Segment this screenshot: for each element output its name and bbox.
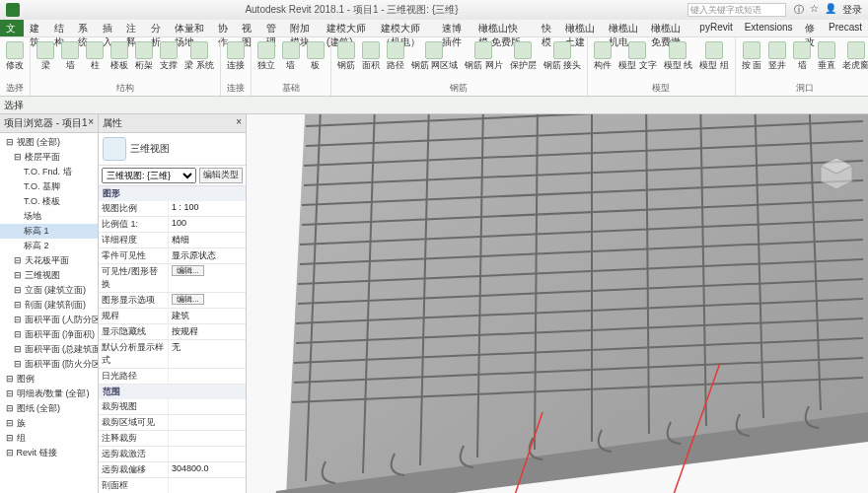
tree-node[interactable]: ⊟ 图纸 (全部) (0, 401, 98, 416)
tree-node[interactable]: 标高 2 (0, 239, 98, 253)
tree-node[interactable]: ⊟ 族 (0, 416, 98, 431)
tree-node[interactable]: ⊟ 明细表/数量 (全部) (0, 387, 98, 401)
ribbon-btn[interactable]: 独立 (255, 40, 277, 71)
tree-node[interactable]: ⊟ 面积平面 (总建筑面积) (0, 342, 98, 357)
ribbon-btn[interactable]: 钢筋 (335, 40, 357, 71)
tree-node[interactable]: ⊟ 组 (0, 431, 98, 446)
3d-viewport[interactable] (247, 114, 868, 493)
ribbon-btn[interactable]: 墙 (59, 40, 81, 71)
menu-tab-16[interactable]: 快模 (536, 20, 559, 36)
tree-node[interactable]: T.O. 楼板 (0, 194, 98, 209)
tree-node[interactable]: ⊟ 面积平面 (净面积) (0, 327, 98, 342)
ribbon-btn[interactable]: 构件 (592, 40, 614, 71)
menu-tab-2[interactable]: 结构 (48, 20, 72, 36)
ribbon-btn[interactable]: 垂直 (816, 40, 837, 71)
ribbon-btn[interactable]: 钢筋 接头 (542, 40, 584, 71)
prop-row[interactable]: 图形显示选项编辑... (99, 293, 246, 309)
menu-tab-13[interactable]: 建模大师（机电） (375, 20, 436, 36)
ribbon-btn[interactable]: 模型 文字 (616, 40, 659, 71)
ribbon-btn[interactable]: 路径 (385, 40, 406, 71)
ribbon-btn[interactable]: 老虎窗 (840, 40, 868, 71)
menu-tab-6[interactable]: 分析 (145, 20, 169, 36)
ribbon-btn[interactable]: 支撑 (158, 40, 180, 71)
login-link[interactable]: 登录 (842, 3, 862, 17)
ribbon-btn[interactable]: 柱 (84, 40, 106, 71)
tree-node[interactable]: ⊟ Revit 链接 (0, 446, 98, 460)
ribbon-btn[interactable]: 板 (305, 40, 326, 71)
tree-node[interactable]: ⊟ 面积平面 (防火分区面积) (0, 357, 98, 372)
menu-tab-3[interactable]: 系统 (72, 20, 96, 36)
menu-tab-18[interactable]: 橄榄山机电 (603, 20, 645, 36)
tree-node[interactable]: ⊟ 剖面 (建筑剖面) (0, 298, 98, 313)
ribbon-btn[interactable]: 墙 (280, 40, 302, 71)
tree-node[interactable]: ⊟ 面积平面 (人防分区面积) (0, 313, 98, 327)
menu-tab-9[interactable]: 视图 (236, 20, 259, 36)
prop-row[interactable]: 远剪裁激活 (99, 447, 246, 462)
ribbon-btn[interactable]: 桁架 (133, 40, 155, 71)
tree-node[interactable]: ⊟ 天花板平面 (0, 253, 98, 268)
menu-tab-12[interactable]: 建模大师 (建筑) (321, 20, 375, 36)
prop-row[interactable]: 裁剪视图 (99, 399, 246, 415)
menu-tab-21[interactable]: Extensions (739, 20, 799, 36)
prop-row[interactable]: 可见性/图形替换编辑... (99, 264, 246, 293)
prop-row[interactable]: 裁剪区域可见 (99, 415, 246, 431)
menu-tab-17[interactable]: 橄榄山土建 (559, 20, 602, 36)
tree-node[interactable]: ⊟ 立面 (建筑立面) (0, 283, 98, 298)
type-selector[interactable]: 三维视图: {三维} (102, 168, 196, 183)
ribbon-btn[interactable]: 钢筋 网片 (463, 40, 505, 71)
tree-node[interactable]: T.O. Fnd. 墙 (0, 165, 98, 179)
ribbon-btn[interactable]: 模型 线 (662, 40, 695, 71)
menu-tab-20[interactable]: pyRevit (693, 20, 738, 36)
prop-row[interactable]: 比例值 1:100 (99, 217, 246, 233)
tree-node[interactable]: ⊟ 图例 (0, 372, 98, 387)
tree-node[interactable]: T.O. 基脚 (0, 179, 98, 194)
info-icon[interactable]: ⓘ (794, 3, 804, 17)
close-icon[interactable]: × (236, 116, 242, 130)
prop-row[interactable]: 默认分析显示样式无 (99, 340, 246, 369)
prop-row[interactable]: 剖面框 (99, 478, 246, 493)
ribbon-btn[interactable]: 连接 (225, 40, 247, 71)
menu-tab-19[interactable]: 橄榄山免费撤 (645, 20, 693, 36)
view-cube[interactable] (817, 154, 856, 193)
menu-tab-10[interactable]: 管理 (260, 20, 284, 36)
ribbon-btn[interactable]: 墙 (791, 40, 813, 71)
prop-row[interactable]: 显示隐藏线按规程 (99, 324, 246, 340)
prop-row[interactable]: 日光路径 (99, 369, 246, 385)
menu-tab-0[interactable]: 文件 (0, 20, 24, 36)
menu-tab-23[interactable]: Precast (823, 20, 868, 36)
menu-tab-14[interactable]: 速博插件 (436, 20, 472, 36)
ribbon-btn[interactable]: 梁 系统 (182, 40, 216, 71)
ribbon-btn[interactable]: 钢筋 网区域 (409, 40, 461, 71)
ribbon-btn[interactable]: 楼板 (108, 40, 130, 71)
ribbon-btn[interactable]: 保护层 (508, 40, 539, 71)
prop-row[interactable]: 远剪裁偏移304800.0 (99, 462, 246, 478)
ribbon-btn[interactable]: 按 面 (740, 40, 764, 71)
ribbon-btn[interactable]: 模型 组 (697, 40, 731, 71)
menu-tab-7[interactable]: 体量和场地 (169, 20, 211, 36)
menu-tab-5[interactable]: 注释 (120, 20, 144, 36)
tree-node[interactable]: 标高 1 (0, 224, 98, 239)
tree-node[interactable]: ⊟ 楼层平面 (0, 150, 98, 165)
prop-row[interactable]: 详细程度精细 (99, 233, 246, 248)
tree-node[interactable]: ⊟ 视图 (全部) (0, 135, 98, 150)
menu-tab-11[interactable]: 附加模块 (284, 20, 321, 36)
ribbon-btn[interactable]: 修改 (4, 40, 26, 71)
star-icon[interactable]: ☆ (810, 3, 819, 17)
prop-row[interactable]: 注释裁剪 (99, 431, 246, 447)
user-icon[interactable]: 👤 (825, 3, 836, 17)
3d-canvas[interactable] (247, 114, 868, 493)
tree-node[interactable]: 场地 (0, 209, 98, 224)
prop-row[interactable]: 视图比例1 : 100 (99, 201, 246, 217)
ribbon-btn[interactable]: 竖井 (766, 40, 788, 71)
app-menu-icon[interactable] (6, 3, 20, 17)
prop-row[interactable]: 零件可见性显示原状态 (99, 248, 246, 264)
tree-node[interactable]: ⊟ 三维视图 (0, 268, 98, 283)
menu-tab-1[interactable]: 建筑 (24, 20, 47, 36)
close-icon[interactable]: × (88, 116, 94, 130)
search-input[interactable]: 键入关键字或短语 (687, 3, 786, 17)
ribbon-btn[interactable]: 梁 (35, 40, 56, 71)
menu-tab-15[interactable]: 橄榄山快模.免费版 (472, 20, 536, 36)
edit-type-button[interactable]: 编辑类型 (199, 168, 243, 183)
menu-tab-8[interactable]: 协作 (212, 20, 236, 36)
ribbon-btn[interactable]: 面积 (360, 40, 382, 71)
